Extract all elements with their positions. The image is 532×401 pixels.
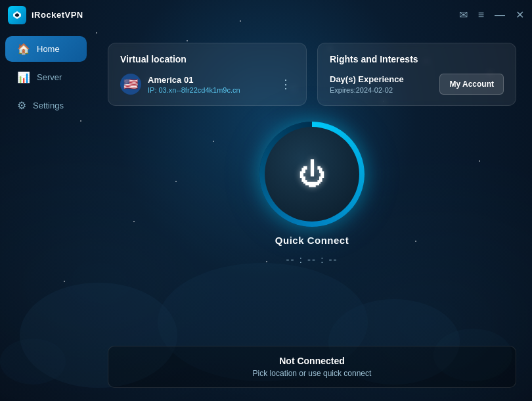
sidebar-item-label: Server <box>37 72 62 82</box>
rights-info: Day(s) Experience Expires:2024-02-02 <box>330 74 404 94</box>
main-content: Virtual location 🇺🇸 America 01 IP: 03.xn… <box>92 30 532 401</box>
rights-expires: Expires:2024-02-02 <box>330 86 404 94</box>
sidebar-item-server[interactable]: 📊 Server <box>5 64 87 90</box>
rights-content: Day(s) Experience Expires:2024-02-02 My … <box>330 74 504 95</box>
virtual-location-title: Virtual location <box>120 54 294 64</box>
location-name: America 01 <box>148 75 271 85</box>
rights-label: Day(s) Experience <box>330 74 404 84</box>
home-icon: 🏠 <box>17 43 30 55</box>
close-icon[interactable]: ✕ <box>516 9 524 21</box>
status-title: Not Connected <box>122 356 502 366</box>
location-row: 🇺🇸 America 01 IP: 03.xn--8fr22cd4k1m9c.c… <box>120 74 294 95</box>
titlebar-controls: ✉ ≡ — ✕ <box>459 9 524 21</box>
menu-icon[interactable]: ≡ <box>478 9 484 21</box>
sidebar: 🏠 Home 📊 Server ⚙ Settings <box>0 0 92 401</box>
titlebar: iRocketVPN ✉ ≡ — ✕ <box>0 0 532 30</box>
sidebar-item-settings[interactable]: ⚙ Settings <box>5 93 87 118</box>
rights-title: Rights and Interests <box>330 54 504 64</box>
server-icon: 📊 <box>17 71 30 83</box>
sidebar-item-label: Settings <box>33 101 64 110</box>
app-logo: iRocketVPN <box>8 6 83 24</box>
quick-connect-label: Quick Connect <box>275 235 349 246</box>
location-ip: IP: 03.xn--8fr22cd4k1m9c.cn <box>148 86 271 94</box>
logo-icon <box>8 6 26 24</box>
location-more-button[interactable]: ⋮ <box>277 74 294 94</box>
location-info: America 01 IP: 03.xn--8fr22cd4k1m9c.cn <box>148 75 271 94</box>
power-button[interactable]: ⏻ <box>265 127 359 222</box>
status-subtitle: Pick location or use quick connect <box>122 369 502 378</box>
country-flag: 🇺🇸 <box>120 74 141 95</box>
virtual-location-card: Virtual location 🇺🇸 America 01 IP: 03.xn… <box>108 43 307 106</box>
mail-icon[interactable]: ✉ <box>459 9 468 21</box>
settings-icon: ⚙ <box>17 99 26 112</box>
status-bar: Not Connected Pick location or use quick… <box>108 346 516 388</box>
sidebar-item-label: Home <box>37 44 60 54</box>
timer-display: -- : -- : -- <box>286 254 338 265</box>
rights-card: Rights and Interests Day(s) Experience E… <box>317 43 516 106</box>
top-cards: Virtual location 🇺🇸 America 01 IP: 03.xn… <box>108 43 516 106</box>
connect-area: ⏻ Quick Connect -- : -- : -- <box>108 122 516 265</box>
power-icon: ⏻ <box>298 160 326 188</box>
minimize-icon[interactable]: — <box>495 9 505 21</box>
sidebar-item-home[interactable]: 🏠 Home <box>5 36 87 62</box>
my-account-button[interactable]: My Account <box>439 74 504 95</box>
app-name: iRocketVPN <box>32 10 83 20</box>
power-ring: ⏻ <box>259 122 365 227</box>
